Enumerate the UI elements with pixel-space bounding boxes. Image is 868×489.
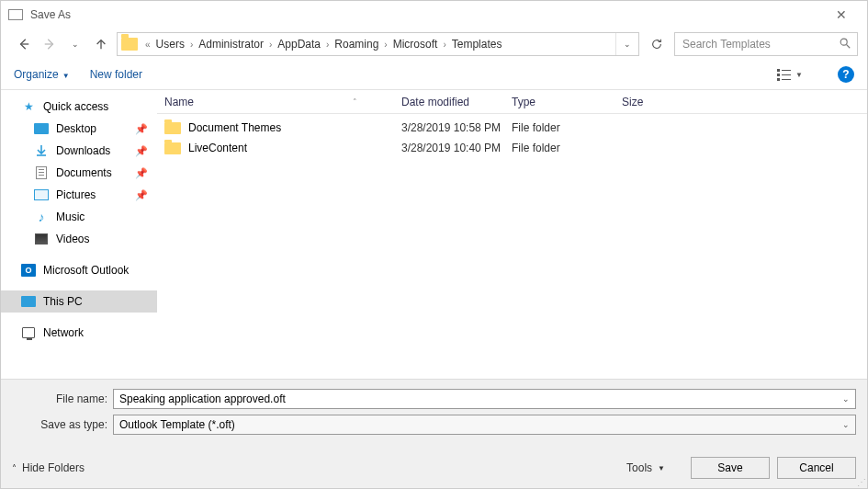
svg-rect-5 xyxy=(777,78,780,81)
recent-locations-button[interactable]: ⌄ xyxy=(65,34,85,54)
chevron-down-icon: ▼ xyxy=(62,72,70,80)
cancel-label: Cancel xyxy=(799,461,833,474)
desktop-icon xyxy=(34,123,49,134)
toolbar: Organize ▼ New folder ▼ ? xyxy=(1,60,867,89)
help-icon: ? xyxy=(842,68,849,81)
form-area: File name: Speaking application approved… xyxy=(1,379,867,448)
sidebar-item-label: Microsoft Outlook xyxy=(43,264,129,277)
sidebar-item-pictures[interactable]: Pictures 📌 xyxy=(1,184,157,206)
hide-folders-label: Hide Folders xyxy=(22,461,85,474)
search-box[interactable] xyxy=(674,32,858,56)
svg-point-0 xyxy=(840,39,847,45)
breadcrumb-item[interactable]: Users xyxy=(152,38,188,51)
sidebar-item-videos[interactable]: Videos xyxy=(1,228,157,250)
address-dropdown[interactable]: ⌄ xyxy=(615,33,638,55)
column-header-label: Type xyxy=(512,96,535,108)
resize-grip-icon[interactable]: ⋰ xyxy=(857,480,864,485)
pc-icon xyxy=(21,296,36,307)
column-header-size[interactable]: Size xyxy=(614,96,867,108)
file-row[interactable]: LiveContent 3/28/2019 10:40 PM File fold… xyxy=(157,138,867,158)
chevron-down-icon: ▼ xyxy=(795,71,803,79)
folder-icon xyxy=(164,142,181,154)
back-button[interactable] xyxy=(14,34,34,54)
file-row[interactable]: Document Themes 3/28/2019 10:58 PM File … xyxy=(157,118,867,138)
document-icon xyxy=(36,166,47,179)
sidebar-item-outlook[interactable]: O Microsoft Outlook xyxy=(1,259,157,281)
chevron-right-icon: › xyxy=(190,40,193,50)
sidebar-item-this-pc[interactable]: This PC xyxy=(1,290,157,313)
pin-icon: 📌 xyxy=(135,123,148,135)
search-input[interactable] xyxy=(681,37,839,51)
chevron-down-icon: ⌄ xyxy=(842,394,850,404)
breadcrumb-prefix: « xyxy=(145,40,151,50)
file-type: File folder xyxy=(504,142,614,154)
view-options-button[interactable]: ▼ xyxy=(777,68,803,81)
hide-folders-button[interactable]: ˄ Hide Folders xyxy=(12,461,85,474)
help-button[interactable]: ? xyxy=(838,66,854,83)
chevron-right-icon: › xyxy=(269,40,272,50)
chevron-down-icon: ⌄ xyxy=(72,40,79,49)
refresh-button[interactable] xyxy=(645,32,669,56)
sidebar-item-label: Network xyxy=(43,326,84,339)
breadcrumb-item[interactable]: Administrator xyxy=(195,38,267,51)
search-icon xyxy=(839,37,851,52)
outlook-icon: O xyxy=(21,264,36,277)
forward-button[interactable] xyxy=(39,34,60,54)
breadcrumb-item[interactable]: Templates xyxy=(448,38,506,51)
filename-field[interactable]: Speaking application approved.oft ⌄ xyxy=(113,389,856,409)
sidebar-item-label: Quick access xyxy=(43,100,108,113)
pictures-icon xyxy=(34,189,49,200)
main-area: ★ Quick access Desktop 📌 Downloads 📌 Doc… xyxy=(1,90,867,379)
chevron-right-icon: › xyxy=(443,40,445,50)
download-icon xyxy=(34,144,49,157)
sidebar-item-documents[interactable]: Documents 📌 xyxy=(1,162,157,184)
file-list: Name ˄ Date modified Type Size Document … xyxy=(157,90,867,379)
breadcrumb-item[interactable]: Microsoft xyxy=(389,38,442,51)
sidebar-item-label: Videos xyxy=(56,233,89,245)
breadcrumb-item[interactable]: Roaming xyxy=(331,38,382,51)
column-header-label: Size xyxy=(622,96,643,108)
sidebar-item-quick-access[interactable]: ★ Quick access xyxy=(1,96,157,118)
column-header-date[interactable]: Date modified xyxy=(394,96,504,108)
navigation-pane: ★ Quick access Desktop 📌 Downloads 📌 Doc… xyxy=(1,90,157,379)
file-name: LiveContent xyxy=(188,142,247,154)
column-header-name[interactable]: Name ˄ xyxy=(157,96,394,108)
save-button[interactable]: Save xyxy=(691,457,770,479)
new-folder-button[interactable]: New folder xyxy=(90,68,142,81)
address-bar[interactable]: « Users› Administrator› AppData› Roaming… xyxy=(117,32,639,56)
music-icon: ♪ xyxy=(34,210,49,223)
organize-button[interactable]: Organize ▼ xyxy=(14,68,70,81)
refresh-icon xyxy=(650,38,663,51)
sidebar-item-downloads[interactable]: Downloads 📌 xyxy=(1,140,157,162)
tools-button[interactable]: Tools ▼ xyxy=(626,461,665,474)
chevron-right-icon: › xyxy=(384,40,387,50)
file-rows: Document Themes 3/28/2019 10:58 PM File … xyxy=(157,114,867,379)
arrow-right-icon xyxy=(43,38,56,51)
sidebar-item-label: Desktop xyxy=(56,122,96,135)
up-button[interactable] xyxy=(91,34,111,54)
save-as-type-field[interactable]: Outlook Template (*.oft) ⌄ xyxy=(113,415,856,435)
pin-icon: 📌 xyxy=(135,189,148,201)
chevron-down-icon: ▼ xyxy=(658,464,665,472)
breadcrumb-item[interactable]: AppData xyxy=(274,38,324,51)
save-as-type-value: Outlook Template (*.oft) xyxy=(119,418,842,431)
sidebar-item-label: Documents xyxy=(56,166,112,179)
sidebar-item-network[interactable]: Network xyxy=(1,322,157,344)
sidebar-item-music[interactable]: ♪ Music xyxy=(1,206,157,228)
pin-icon: 📌 xyxy=(135,167,148,179)
file-type: File folder xyxy=(504,121,614,134)
folder-icon xyxy=(164,122,181,134)
pin-icon: 📌 xyxy=(135,145,148,157)
file-name: Document Themes xyxy=(188,121,281,134)
column-header-type[interactable]: Type xyxy=(504,96,614,108)
close-button[interactable]: ✕ xyxy=(823,7,860,22)
sort-indicator-icon: ˄ xyxy=(353,97,357,107)
cancel-button[interactable]: Cancel xyxy=(777,457,856,479)
video-icon xyxy=(35,233,48,244)
filename-label: File name: xyxy=(12,392,113,405)
column-header-label: Date modified xyxy=(401,96,469,108)
dialog-icon xyxy=(8,9,23,20)
sidebar-item-desktop[interactable]: Desktop 📌 xyxy=(1,118,157,140)
svg-rect-2 xyxy=(782,70,791,71)
svg-rect-4 xyxy=(782,74,791,75)
